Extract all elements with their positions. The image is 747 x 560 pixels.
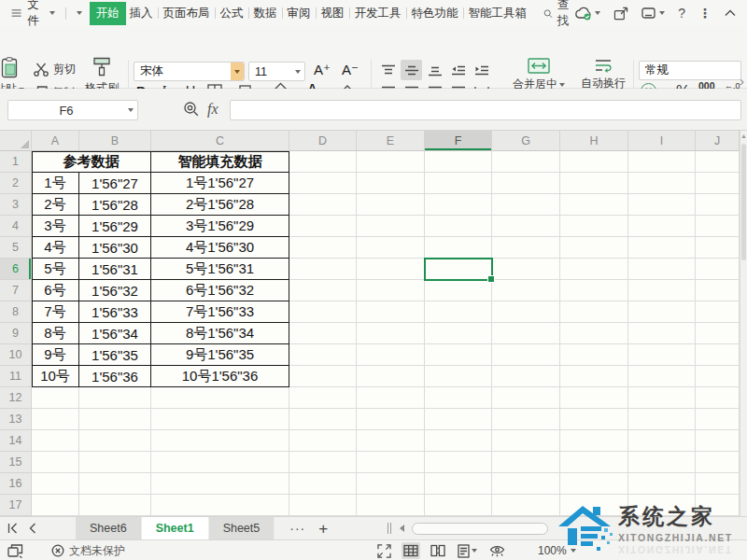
ribbon-tab-3[interactable]: 页面布局	[160, 2, 214, 25]
cell-H12[interactable]	[560, 387, 628, 409]
cell-G2[interactable]	[492, 173, 560, 194]
row-header-14[interactable]: 14	[0, 430, 32, 452]
row-header-17[interactable]: 17	[0, 495, 32, 516]
vertical-scrollbar[interactable]: ▲	[740, 131, 747, 516]
font-name-dropdown[interactable]	[231, 63, 244, 80]
cell-A7[interactable]: 6号	[32, 280, 79, 301]
cell-E1[interactable]	[357, 151, 425, 173]
cell-A11[interactable]: 10号	[32, 366, 79, 387]
row-header-5[interactable]: 5	[0, 237, 32, 259]
cell-A5[interactable]: 4号	[32, 237, 79, 259]
cell-I12[interactable]	[628, 387, 696, 409]
cell-G5[interactable]	[492, 237, 560, 259]
formula-input[interactable]	[230, 100, 741, 120]
cell-A3[interactable]: 2号	[32, 194, 79, 216]
ribbon-tab-10[interactable]: 智能工具箱	[465, 2, 531, 25]
cell-I5[interactable]	[628, 237, 696, 259]
cell-B13[interactable]	[79, 409, 151, 430]
cell-C11[interactable]: 10号1'56"36	[151, 366, 289, 387]
cell-D10[interactable]	[289, 344, 357, 366]
sheet-tab-Sheet1[interactable]: Sheet1	[142, 517, 209, 539]
column-header-E[interactable]: E	[357, 131, 425, 151]
cell-G11[interactable]	[492, 366, 560, 387]
cell-B15[interactable]	[79, 452, 151, 473]
cell-A2[interactable]: 1号	[32, 173, 79, 194]
cell-B7[interactable]: 1'56"32	[79, 280, 151, 301]
vertical-scroll-thumb[interactable]	[741, 144, 746, 260]
ribbon-tab-4[interactable]: 公式	[217, 2, 247, 25]
cell-E17[interactable]	[357, 495, 425, 516]
cell-H16[interactable]	[560, 473, 628, 495]
cell-C4[interactable]: 3号1'56"29	[151, 216, 289, 237]
cell-I15[interactable]	[628, 452, 696, 473]
sheet-tab-Sheet6[interactable]: Sheet6	[76, 517, 142, 539]
cell-A16[interactable]	[32, 473, 79, 495]
cell-G8[interactable]	[492, 301, 560, 323]
cell-H7[interactable]	[560, 280, 628, 301]
column-header-J[interactable]: J	[696, 131, 740, 151]
cell-H11[interactable]	[560, 366, 628, 387]
increase-indent-button[interactable]	[471, 60, 492, 80]
cell-I8[interactable]	[628, 301, 696, 323]
cell-D2[interactable]	[289, 173, 357, 194]
cell-C8[interactable]: 7号1'56"33	[151, 301, 289, 323]
cell-I6[interactable]	[628, 259, 696, 280]
cell-J15[interactable]	[696, 452, 740, 473]
cell-E3[interactable]	[357, 194, 425, 216]
ribbon-tab-9[interactable]: 特色功能	[408, 2, 462, 25]
cell-I7[interactable]	[628, 280, 696, 301]
column-header-H[interactable]: H	[560, 131, 628, 151]
cell-C13[interactable]	[151, 409, 289, 430]
cell-B12[interactable]	[79, 387, 151, 409]
cell-H8[interactable]	[560, 301, 628, 323]
ribbon-tab-5[interactable]: 数据	[250, 2, 281, 25]
hamburger-icon[interactable]	[11, 7, 21, 19]
merge-center-button[interactable]: 合并居中	[502, 58, 575, 92]
row-header-2[interactable]: 2	[0, 173, 32, 194]
row-header-15[interactable]: 15	[0, 452, 32, 473]
cell-C6[interactable]: 5号1'56"31	[151, 259, 289, 280]
cell-E5[interactable]	[357, 237, 425, 259]
cell-E16[interactable]	[357, 473, 425, 495]
row-header-10[interactable]: 10	[0, 344, 32, 366]
cell-G14[interactable]	[492, 430, 560, 452]
cell-J12[interactable]	[696, 387, 740, 409]
cloud-sync-button[interactable]	[574, 7, 600, 21]
normal-view-button[interactable]	[402, 542, 420, 559]
cell-E2[interactable]	[357, 173, 425, 194]
cell-A17[interactable]	[32, 495, 79, 516]
cell-G12[interactable]	[492, 387, 560, 409]
align-top-button[interactable]	[377, 60, 399, 80]
cell-F5[interactable]	[425, 237, 492, 259]
cell-J11[interactable]	[696, 366, 740, 387]
sheet-list-icon[interactable]: ···	[289, 521, 305, 536]
pane-split-handle[interactable]	[388, 523, 391, 534]
cell-F10[interactable]	[425, 344, 492, 366]
select-all-corner[interactable]	[0, 131, 32, 151]
scroll-left-icon[interactable]	[400, 525, 404, 532]
cell-F13[interactable]	[425, 409, 492, 430]
page-break-view-button[interactable]	[429, 542, 447, 559]
font-size-dropdown[interactable]	[291, 63, 304, 80]
horizontal-scrollbar[interactable]	[412, 523, 548, 535]
cell-B6[interactable]: 1'56"31	[79, 259, 151, 280]
cell-E13[interactable]	[357, 409, 425, 430]
previous-sheet-icon[interactable]	[29, 523, 36, 534]
sheet-tab-Sheet5[interactable]: Sheet5	[209, 517, 275, 539]
cell-H13[interactable]	[560, 409, 628, 430]
cell-B3[interactable]: 1'56"28	[79, 194, 151, 216]
cell-G6[interactable]	[492, 259, 560, 280]
cell-H5[interactable]	[560, 237, 628, 259]
cell-E15[interactable]	[357, 452, 425, 473]
cell-J9[interactable]	[696, 323, 740, 344]
wrap-text-button[interactable]: 自动换行	[577, 58, 629, 91]
align-bottom-button[interactable]	[424, 60, 445, 80]
cell-A13[interactable]	[32, 409, 79, 430]
cell-D13[interactable]	[289, 409, 357, 430]
column-header-F[interactable]: F	[425, 131, 492, 151]
cell-G4[interactable]	[492, 216, 560, 237]
cell-F9[interactable]	[425, 323, 492, 344]
cell-F7[interactable]	[425, 280, 492, 301]
cell-D3[interactable]	[289, 194, 357, 216]
cell-H14[interactable]	[560, 430, 628, 452]
